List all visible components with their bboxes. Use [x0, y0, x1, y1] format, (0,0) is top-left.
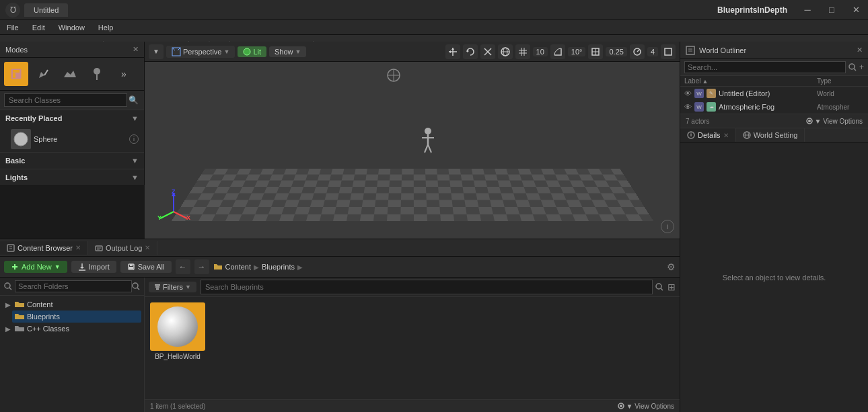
maximize-button[interactable]: □ — [820, 0, 844, 20]
tab-content-browser[interactable]: Content Browser ✕ — [0, 241, 88, 255]
title-bar: Ʊ Untitled BlueprintsInDepth ─ □ ✕ — [0, 0, 868, 20]
mode-item-sphere-info-btn[interactable]: i — [129, 134, 139, 144]
folder-cpp-classes[interactable]: ▶ C++ Classes — [3, 323, 141, 335]
details-tab-close[interactable]: ✕ — [723, 132, 729, 139]
view-options-button[interactable]: ▼ View Options — [805, 117, 863, 125]
close-button[interactable]: ✕ — [844, 0, 868, 20]
svg-point-55 — [244, 48, 250, 55]
camera-speed-value[interactable]: 4 — [647, 47, 658, 56]
tab-world-setting[interactable]: World Setting — [736, 128, 805, 142]
world-outliner-title: World Outliner — [699, 46, 746, 54]
rotate-icon[interactable] — [463, 44, 478, 59]
outliner-item-untitled-type: World — [817, 90, 864, 97]
viewport-info-icon[interactable]: i — [661, 220, 674, 233]
search-content-input[interactable] — [201, 280, 653, 294]
cb-view-options-button[interactable]: ▼ View Options — [617, 402, 674, 410]
content-browser-tab-label: Content Browser — [17, 244, 73, 252]
details-empty-message: Select an object to view details. — [723, 274, 826, 282]
scale-snap-icon[interactable] — [588, 44, 603, 59]
basic-label: Basic — [5, 157, 25, 165]
column-label-header[interactable]: Label ▲ — [684, 77, 817, 85]
modes-close-button[interactable]: ✕ — [133, 45, 139, 54]
menu-file[interactable]: File — [0, 22, 26, 33]
forward-button[interactable]: → — [194, 259, 209, 274]
tab-output-log[interactable]: Output Log ✕ — [88, 241, 157, 255]
search-classes-input[interactable] — [4, 93, 127, 107]
scale-icon[interactable] — [480, 44, 495, 59]
content-browser-settings-icon[interactable]: ⚙ — [667, 261, 676, 272]
mode-paint-button[interactable] — [31, 62, 55, 86]
axis-indicator: Z X Y — [157, 188, 190, 222]
content-browser-tab-close[interactable]: ✕ — [75, 244, 81, 251]
add-new-button[interactable]: Add New ▼ — [4, 261, 67, 273]
import-label: Import — [89, 263, 110, 271]
path-item-blueprints[interactable]: Blueprints — [262, 263, 295, 271]
mode-place-button[interactable] — [4, 62, 28, 86]
mode-expand-button[interactable]: » — [112, 62, 136, 86]
modes-header: Modes ✕ — [0, 42, 144, 58]
world-icon[interactable] — [498, 44, 513, 59]
grid-icon[interactable] — [515, 44, 530, 59]
recently-placed-arrow: ▼ — [131, 114, 139, 122]
ue-logo-icon: Ʊ — [5, 3, 20, 17]
search-content-icon — [655, 283, 663, 291]
import-button[interactable]: Import — [71, 261, 116, 273]
column-type-header[interactable]: Type — [817, 77, 864, 85]
asset-bp-helloworld[interactable]: BP_HelloWorld — [150, 302, 205, 360]
folder-blueprints[interactable]: Blueprints — [12, 311, 141, 323]
scale-value[interactable]: 0.25 — [606, 47, 626, 56]
assets-grid: BP_HelloWorld — [145, 297, 680, 399]
content-view-options-icon[interactable]: ⊞ — [667, 282, 676, 292]
show-arrow: ▼ — [295, 48, 301, 55]
angle-icon[interactable] — [550, 44, 565, 59]
mode-section-basic-header[interactable]: Basic ▼ — [0, 153, 144, 169]
minimize-button[interactable]: ─ — [795, 0, 820, 20]
svg-point-118 — [5, 283, 10, 288]
svg-line-95 — [854, 69, 856, 71]
camera-speed-icon[interactable] — [630, 44, 645, 59]
mode-foliage-button[interactable] — [85, 62, 109, 86]
mode-item-sphere[interactable]: Sphere i — [0, 126, 144, 152]
item-fog-world-icon: W — [694, 102, 704, 112]
path-item-content[interactable]: Content — [225, 263, 252, 271]
back-button[interactable]: ← — [176, 259, 190, 274]
lit-button[interactable]: Lit — [238, 46, 266, 57]
path-blueprints-label: Blueprints — [262, 263, 295, 271]
save-all-button[interactable]: Save All — [120, 261, 172, 273]
status-text: 1 item (1 selected) — [150, 403, 205, 410]
svg-rect-33 — [13, 73, 15, 78]
translate-icon[interactable] — [445, 44, 460, 59]
filters-button[interactable]: Filters ▼ — [149, 282, 196, 292]
eye-view-icon — [805, 117, 813, 125]
outliner-item-untitled[interactable]: 👁 W ✎ Untitled (Editor) World — [680, 87, 868, 100]
world-outliner-search-input[interactable] — [684, 61, 846, 73]
path-arrow-1: ▶ — [254, 263, 259, 271]
perspective-dropdown[interactable]: Perspective ▼ — [166, 46, 235, 58]
outliner-item-atmospheric-fog[interactable]: 👁 W ☁ Atmospheric Fog Atmospher — [680, 100, 868, 114]
mode-landscape-button[interactable] — [58, 62, 82, 86]
viewport-canvas[interactable]: Z X Y i — [145, 62, 680, 239]
menu-window[interactable]: Window — [52, 22, 92, 33]
world-outliner-close-button[interactable]: ✕ — [857, 46, 863, 54]
search-folders-input[interactable] — [15, 280, 132, 292]
tab-details[interactable]: Details ✕ — [680, 128, 736, 142]
menu-edit[interactable]: Edit — [26, 22, 52, 33]
mode-section-recently-placed-header[interactable]: Recently Placed ▼ — [0, 110, 144, 126]
maximize-viewport-icon[interactable] — [661, 44, 676, 59]
folder-content[interactable]: ▶ Content — [3, 298, 141, 311]
title-tab[interactable]: Untitled — [24, 3, 68, 17]
output-log-tab-close[interactable]: ✕ — [145, 244, 150, 251]
show-label: Show — [275, 48, 293, 56]
search-classes-bar: 🔍 — [0, 91, 144, 110]
svg-rect-34 — [13, 70, 20, 73]
content-browser: Content Browser ✕ Output Log ✕ Add New ▼… — [0, 239, 680, 412]
mode-section-lights-header[interactable]: Lights ▼ — [0, 169, 144, 185]
search-content-bar — [201, 280, 663, 294]
grid-value[interactable]: 10 — [533, 47, 548, 56]
angle-value[interactable]: 10° — [568, 47, 586, 56]
world-outliner-add-button[interactable]: + — [859, 63, 864, 72]
svg-line-119 — [9, 288, 11, 290]
menu-help[interactable]: Help — [92, 22, 120, 33]
show-button[interactable]: Show ▼ — [269, 46, 306, 57]
viewport-dropdown-button[interactable]: ▼ — [149, 44, 164, 59]
